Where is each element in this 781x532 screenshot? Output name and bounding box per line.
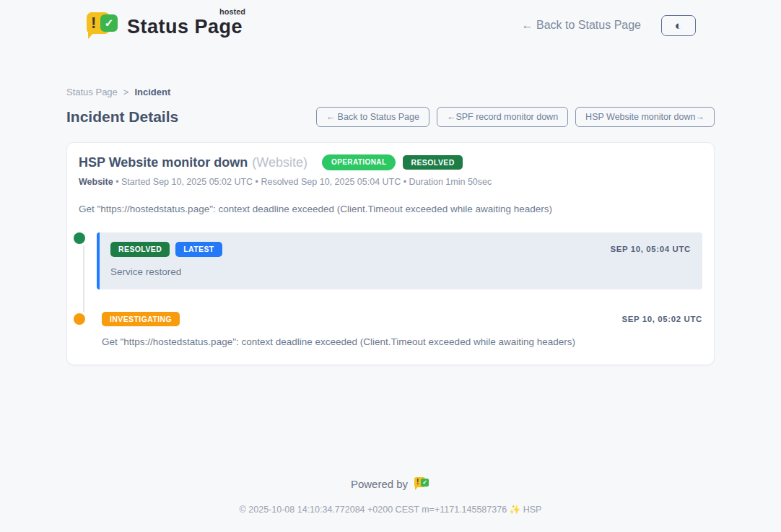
incident-description: Get "https://hostedstatus.page": context… <box>79 204 702 214</box>
timeline-dot-investigating <box>74 313 85 325</box>
logo-hosted-superscript: hosted <box>219 7 245 16</box>
footer-status-page-logo-icon[interactable]: ! ✓ <box>414 476 430 492</box>
meta-dates: • Started Sep 10, 2025 05:02 UTC • Resol… <box>113 177 492 187</box>
next-incident-button[interactable]: HSP Website monitor down→ <box>575 107 715 127</box>
footer: Powered by ! ✓ © 2025-10-08 14:10:34.772… <box>0 476 781 532</box>
meta-component-name: Website <box>79 177 113 187</box>
status-page-logo-icon: ! ✓ <box>85 10 118 40</box>
timeline-connector-line <box>83 245 84 321</box>
page-title: Incident Details <box>66 108 178 126</box>
timeline-resolved-badge: RESOLVED <box>110 242 170 257</box>
copyright-text-before: © 2025-10-08 14:10:34.772084 +0200 CEST … <box>240 505 510 515</box>
timeline-entry-investigating: INVESTIGATING SEP 10, 05:02 UTC Get "htt… <box>102 312 702 348</box>
incident-card: HSP Website monitor down (Website) OPERA… <box>66 142 715 365</box>
breadcrumb-incident: Incident <box>134 87 170 97</box>
timeline-investigating-badge: INVESTIGATING <box>102 312 180 327</box>
main-content: Status Page>Incident Incident Details ← … <box>66 87 715 365</box>
exclamation-glyph: ! <box>91 15 96 31</box>
timeline-message: Get "https://hostedstatus.page": context… <box>102 336 702 347</box>
incident-timeline: RESOLVED LATEST SEP 10, 05:04 UTC Servic… <box>79 232 702 347</box>
logo-check-icon: ✓ <box>100 14 118 32</box>
mini-exclamation-glyph: ! <box>416 479 419 486</box>
breadcrumb-status-page[interactable]: Status Page <box>66 87 118 97</box>
timeline-entry-resolved: RESOLVED LATEST SEP 10, 05:04 UTC Servic… <box>97 232 702 289</box>
contrast-half-circle-icon: ◐ <box>675 19 682 32</box>
theme-toggle-button[interactable]: ◐ <box>661 15 696 36</box>
incident-title: HSP Website monitor down <box>79 155 248 170</box>
header: ! ✓ Status Page hosted ← Back to Status … <box>0 0 781 40</box>
operational-status-badge: OPERATIONAL <box>322 154 396 170</box>
incident-component: (Website) <box>252 155 307 170</box>
resolved-state-badge: RESOLVED <box>403 155 462 170</box>
timeline-timestamp: SEP 10, 05:04 UTC <box>610 245 691 253</box>
copyright-text-after: HSP <box>520 505 541 515</box>
mini-logo-check-icon: ✓ <box>421 479 429 487</box>
copyright-line: © 2025-10-08 14:10:34.772084 +0200 CEST … <box>0 504 781 515</box>
sparkles-icon: ✨ <box>510 505 521 515</box>
timeline-message: Service restored <box>110 266 691 277</box>
incident-meta: Website • Started Sep 10, 2025 05:02 UTC… <box>79 177 702 187</box>
header-back-to-status-page-link[interactable]: ← Back to Status Page <box>522 19 641 32</box>
incident-nav-buttons: ← Back to Status Page ←SPF record monito… <box>316 107 715 127</box>
back-to-status-page-button[interactable]: ← Back to Status Page <box>316 107 429 127</box>
logo-text-wrap: Status Page hosted <box>127 10 243 38</box>
breadcrumb-separator: > <box>123 87 129 97</box>
breadcrumb: Status Page>Incident <box>66 87 715 97</box>
brand-logo[interactable]: ! ✓ Status Page hosted <box>85 10 243 40</box>
timeline-latest-badge: LATEST <box>175 242 222 257</box>
powered-by-label: Powered by <box>351 478 408 490</box>
timeline-timestamp: SEP 10, 05:02 UTC <box>621 315 702 323</box>
prev-incident-button[interactable]: ←SPF record monitor down <box>437 107 568 127</box>
logo-text: Status Page <box>127 16 243 38</box>
timeline-dot-resolved <box>74 232 85 244</box>
